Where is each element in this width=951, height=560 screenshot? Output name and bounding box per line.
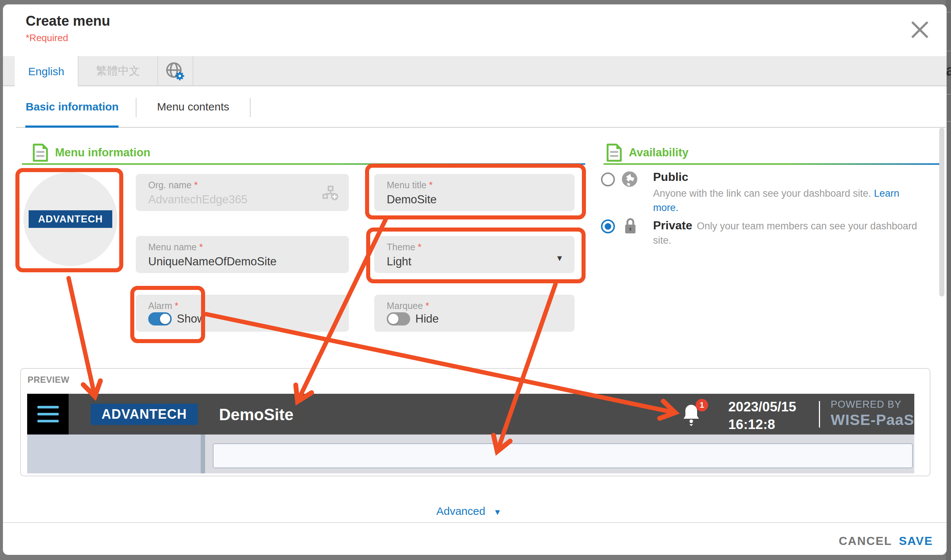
preview-panel: PREVIEW ADVANTECH DemoSite 1 2023/05/15 … <box>20 368 931 476</box>
public-option-label[interactable]: Public <box>653 170 688 184</box>
alarm-state: Show <box>177 312 205 326</box>
preview-date: 2023/05/15 <box>728 398 796 416</box>
alarm-field: Alarm * Show <box>136 295 349 332</box>
tab-language-english[interactable]: English <box>15 56 78 87</box>
toggle-knob <box>160 314 170 324</box>
scrollbar-thumb[interactable] <box>939 128 944 297</box>
menu-name-label: Menu name * <box>148 242 203 252</box>
marquee-toggle[interactable] <box>387 312 410 326</box>
backdrop-row-divider <box>946 51 951 51</box>
org-tree-icon[interactable] <box>323 186 339 201</box>
marquee-state: Hide <box>415 312 439 326</box>
preview-marquee-placeholder <box>213 443 913 468</box>
marquee-field: Marquee * Hide <box>374 295 574 332</box>
preview-vertical-divider <box>819 401 820 428</box>
preview-time: 16:12:8 <box>728 416 796 433</box>
document-icon <box>606 143 622 162</box>
org-logo-avatar[interactable]: ADVANTECH <box>23 172 117 266</box>
menu-title-value[interactable]: DemoSite <box>387 193 437 206</box>
active-tab-underline <box>25 126 118 128</box>
theme-value: Light <box>387 255 411 268</box>
private-option-description: Only your team members can see your dash… <box>653 220 917 246</box>
tab-basic-information-label: Basic information <box>26 100 118 113</box>
public-radio[interactable] <box>601 172 615 186</box>
tab-menu-contents[interactable]: Menu contents <box>157 100 229 113</box>
theme-label: Theme * <box>387 242 422 252</box>
lock-icon <box>623 217 638 235</box>
public-description-text: Anyone with the link can see your dashbo… <box>653 188 871 199</box>
cancel-button[interactable]: CANCEL <box>839 534 892 548</box>
globe-icon <box>621 170 639 188</box>
toggle-knob <box>388 314 399 324</box>
menu-title-label: Menu title * <box>387 180 432 191</box>
preview-sidebar <box>27 434 201 473</box>
tab-language-settings[interactable] <box>157 56 193 86</box>
close-icon[interactable] <box>908 18 931 41</box>
public-option-description: Anyone with the link can see your dashbo… <box>653 186 901 215</box>
notification-badge: 1 <box>696 399 708 411</box>
preview-advantech-logo: ADVANTECH <box>91 404 198 425</box>
private-option-row[interactable]: Private Only your team members can see y… <box>653 219 917 248</box>
tab-language-english-label: English <box>28 65 64 78</box>
tab-basic-information[interactable]: Basic information <box>26 100 118 113</box>
advanced-toggle[interactable]: Advanced ▼ <box>406 505 531 517</box>
backdrop-row-divider <box>946 94 951 95</box>
private-radio[interactable] <box>601 220 615 233</box>
alarm-toggle[interactable] <box>148 312 172 326</box>
alarm-label: Alarm * <box>148 300 178 311</box>
tab-language-chinese-label: 繁體中文 <box>96 63 140 78</box>
subtab-baseline <box>16 127 946 128</box>
theme-select[interactable]: Theme * Light ▼ <box>374 236 574 273</box>
tab-language-chinese[interactable]: 繁體中文 <box>78 56 158 86</box>
preview-label: PREVIEW <box>28 375 69 385</box>
subtab-divider <box>136 98 137 117</box>
wise-paas-logo: WISE-PaaS <box>831 411 914 429</box>
required-note: *Required <box>26 32 68 44</box>
preview-header-bar: ADVANTECH DemoSite 1 2023/05/15 16:12:8 … <box>27 394 914 434</box>
backdrop-row-divider <box>946 12 951 12</box>
footer-divider <box>3 522 946 523</box>
globe-settings-icon <box>165 60 185 81</box>
private-option-label: Private <box>653 219 692 232</box>
tab-menu-contents-label: Menu contents <box>157 100 229 113</box>
hamburger-icon <box>37 406 59 408</box>
advantech-logo: ADVANTECH <box>29 210 112 228</box>
subtab-divider <box>250 98 251 117</box>
powered-by-label: POWERED BY <box>831 399 902 410</box>
menu-name-value[interactable]: UniqueNameOfDemoSite <box>148 255 277 268</box>
save-button[interactable]: SAVE <box>899 534 933 548</box>
preview-site-title: DemoSite <box>219 406 294 424</box>
document-icon <box>32 143 48 162</box>
dialog-title: Create menu <box>26 13 110 29</box>
preview-datetime: 2023/05/15 16:12:8 <box>728 398 796 433</box>
menu-information-heading: Menu information <box>55 146 151 159</box>
availability-divider <box>603 163 939 165</box>
org-name-field: Org. name * AdvantechEdge365 <box>136 174 349 211</box>
menu-name-field[interactable]: Menu name * UniqueNameOfDemoSite <box>136 236 349 273</box>
menu-title-field[interactable]: Menu title * DemoSite <box>374 174 574 211</box>
availability-heading: Availability <box>629 146 689 159</box>
advanced-label: Advanced <box>436 505 485 517</box>
org-name-value: AdvantechEdge365 <box>148 193 248 206</box>
caret-down-icon: ▼ <box>494 508 502 517</box>
backdrop-row-divider <box>946 121 951 122</box>
org-name-label: Org. name * <box>148 180 198 191</box>
page-backdrop-strip: a <box>946 0 951 560</box>
menu-information-divider <box>22 163 585 165</box>
caret-down-icon: ▼ <box>556 254 563 263</box>
create-menu-dialog: Create menu *Required English 繁體中文 <box>3 5 946 555</box>
marquee-label: Marquee * <box>387 300 429 311</box>
backdrop-cropped-text: a <box>946 62 951 79</box>
preview-menu-button <box>27 394 69 434</box>
language-tabbar: English 繁體中文 <box>3 56 946 86</box>
preview-sidebar-divider <box>201 434 205 473</box>
hamburger-icon <box>37 420 59 422</box>
hamburger-icon <box>37 413 59 415</box>
